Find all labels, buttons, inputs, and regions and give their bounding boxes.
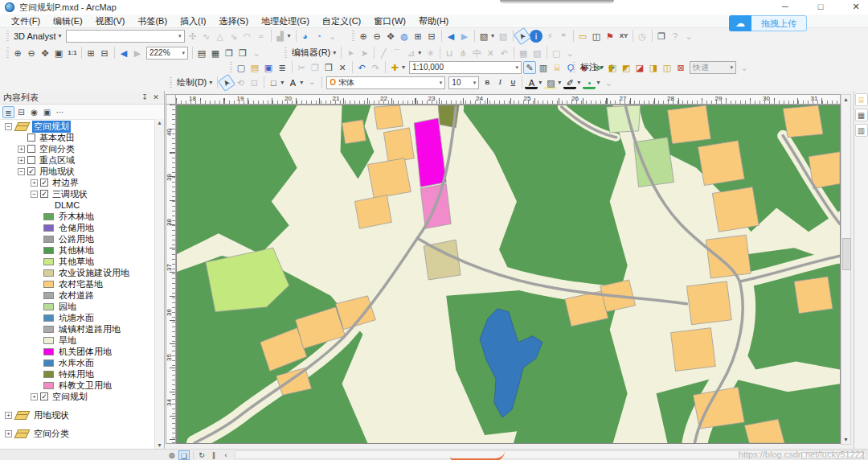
editor-toggle-icon[interactable]: ✎ <box>523 61 536 74</box>
toc-item-三调现状[interactable]: −✓三调现状 <box>0 188 154 199</box>
line-color-icon-dropdown[interactable]: ▾ <box>577 79 580 86</box>
page-zoom-out-icon[interactable]: ⊖ <box>25 47 38 60</box>
toc-item-旱地[interactable]: 旱地 <box>0 335 154 346</box>
collapse-icon[interactable]: − <box>31 191 38 198</box>
lock-labels-icon[interactable]: ◨ <box>647 61 660 74</box>
clear-selection-icon[interactable]: ▧ <box>497 30 510 43</box>
toolbar-overflow-icon[interactable]: ⌄ <box>563 47 576 60</box>
label-engine-combo[interactable]: 快速▾ <box>690 61 736 74</box>
table-tab-icon[interactable]: ▦ <box>855 109 868 121</box>
toc-item-空间规划[interactable]: +✓空间规划 <box>0 391 154 402</box>
viewer-window-icon[interactable]: ❐ <box>655 30 668 43</box>
font-color-icon[interactable]: A <box>525 76 538 89</box>
layer-visibility-checkbox[interactable] <box>27 133 35 142</box>
list-by-visibility-icon[interactable]: ◉ <box>28 106 40 118</box>
toc-item-DLMC[interactable]: DLMC <box>0 199 154 211</box>
toc-item-用地现状[interactable]: −✓用地现状 <box>0 166 154 177</box>
maximize-button[interactable]: □ <box>815 0 826 14</box>
toc-item-基本农田[interactable]: 基本农田 <box>0 132 154 143</box>
toc-item-机关团体用地[interactable]: 机关团体用地 <box>0 346 154 357</box>
catalog-tab-icon[interactable]: ⌸ <box>855 93 868 106</box>
toc-item-特殊用地[interactable]: 特殊用地 <box>0 368 154 380</box>
editor-menu[interactable]: 编辑器(R) <box>289 47 333 59</box>
zoom-out-icon[interactable]: ⊖ <box>371 30 383 43</box>
italic-button[interactable]: I <box>493 79 506 86</box>
delete-icon[interactable]: ✕ <box>336 61 349 74</box>
arcglobe-icon[interactable]: ◕ <box>299 30 312 43</box>
help-tool-icon[interactable]: ? <box>669 30 682 43</box>
add-data-icon[interactable]: ✚ <box>388 61 401 74</box>
menu-item-7[interactable]: 自定义(C) <box>316 14 367 27</box>
cut-polygons-icon[interactable]: ⋔ <box>457 47 469 60</box>
font-size-combo[interactable]: 10▾ <box>448 76 479 89</box>
edit-vertices-icon[interactable]: ⌁ <box>305 76 318 89</box>
bold-button[interactable]: B <box>481 79 493 86</box>
collapse-icon[interactable]: − <box>5 123 12 130</box>
refresh-view-button[interactable]: ↻ <box>196 450 207 460</box>
view-unplaced-icon[interactable]: ⊠ <box>674 61 687 74</box>
toc-item-农村道路[interactable]: 农村道路 <box>0 290 154 301</box>
scroll-down-icon[interactable]: ▼ <box>155 442 164 448</box>
undo-icon[interactable]: ↶ <box>355 61 368 74</box>
reshape-feature-icon[interactable]: ⊔ <box>443 47 456 60</box>
toolbar-overflow-icon[interactable]: ⌄ <box>738 61 751 74</box>
straight-segment-icon[interactable]: ╱ <box>377 47 390 60</box>
map-canvas[interactable] <box>176 105 841 444</box>
select-features-icon-dropdown[interactable]: ▾ <box>491 32 494 39</box>
map-scale-combo[interactable]: 1:10,000▾ <box>409 61 522 74</box>
create-features-icon[interactable]: ▢ <box>550 47 563 60</box>
layer-visibility-checkbox[interactable] <box>27 156 35 164</box>
change-layout-icon[interactable]: ❐ <box>223 47 235 60</box>
toc-item-城镇村道路用地[interactable]: 城镇村道路用地 <box>0 323 154 335</box>
toc-item-空间规划[interactable]: −空间规划 <box>0 121 154 132</box>
toc-item-园地[interactable]: 园地 <box>0 301 154 312</box>
full-extent-icon[interactable]: ◍ <box>398 30 411 43</box>
new-text-icon[interactable]: A <box>286 76 299 89</box>
page-pan-icon[interactable]: ✥ <box>39 47 51 60</box>
toc-item-其他林地[interactable]: 其他林地 <box>0 244 154 256</box>
undo-edit-icon[interactable]: ↶ <box>497 47 510 60</box>
scroll-up-icon[interactable]: ▲ <box>841 97 850 102</box>
contour-icon[interactable]: ◠ <box>241 30 254 43</box>
layout-view-button[interactable]: ❏ <box>178 450 190 460</box>
interpolate-polygon-icon[interactable]: △ <box>214 30 227 43</box>
data-driven-pages-icon[interactable]: ❒ <box>236 47 249 60</box>
steepest-path-icon[interactable]: ⇘ <box>227 30 240 43</box>
endpoint-arc-icon[interactable]: ⌒ <box>391 47 403 60</box>
toc-item-仓储用地[interactable]: 仓储用地 <box>0 222 154 233</box>
forward-extent-icon[interactable]: ▶ <box>458 30 471 43</box>
sketch-properties-icon[interactable]: ▧ <box>530 47 543 60</box>
add-data-icon-dropdown[interactable]: ▾ <box>402 64 405 71</box>
select-elements-icon[interactable]: ➤ <box>218 73 235 91</box>
fill-color-icon[interactable]: ▨ <box>544 76 557 89</box>
profile-graph-icon[interactable]: ▟ <box>274 30 287 43</box>
fixed-zoom-out-icon[interactable]: ⊟ <box>425 30 438 43</box>
redo-icon[interactable]: ↷ <box>369 61 382 74</box>
layer-visibility-checkbox[interactable]: ✓ <box>40 190 48 198</box>
new-shape-icon-dropdown[interactable]: ▾ <box>280 79 284 86</box>
layer-visibility-checkbox[interactable]: ✓ <box>40 179 48 187</box>
toc-item-水库水面[interactable]: 水库水面 <box>0 357 154 368</box>
zoom-whole-page-icon[interactable]: ▣ <box>52 47 65 60</box>
page-fixed-zoom-in-icon[interactable]: ⊞ <box>84 47 97 60</box>
editor-menu-caret[interactable]: ▾ <box>333 49 336 56</box>
toc-item-用地现状[interactable]: +用地现状 <box>0 409 154 421</box>
rotate-element-icon[interactable]: ⟲ <box>234 76 247 89</box>
scroll-up-icon[interactable]: ▲ <box>155 120 164 125</box>
new-text-icon-dropdown[interactable]: ▾ <box>300 79 303 86</box>
expand-icon[interactable]: + <box>31 179 38 187</box>
toc-options-icon[interactable]: ⋯ <box>54 106 66 118</box>
page-zoom-combo[interactable]: 222%▾ <box>146 47 188 60</box>
save-document-icon[interactable]: ▣ <box>262 61 275 74</box>
point-tool-icon[interactable]: ✳ <box>424 47 436 60</box>
layer-visibility-checkbox[interactable] <box>27 145 35 153</box>
open-document-icon[interactable]: ▤ <box>248 61 261 74</box>
page-forward-icon[interactable]: ▶ <box>131 47 144 60</box>
3d-analyst-menu-caret[interactable]: ▾ <box>59 32 62 39</box>
line-color-icon[interactable]: ✐ <box>563 76 576 89</box>
drag-upload-widget[interactable]: ☁ 拖拽上传 <box>729 15 807 31</box>
cut-icon[interactable]: ✂ <box>295 61 308 74</box>
font-color-icon-dropdown[interactable]: ▾ <box>538 79 542 86</box>
arcscene-icon[interactable]: ◔ <box>313 30 326 43</box>
expand-icon[interactable]: + <box>5 430 12 437</box>
